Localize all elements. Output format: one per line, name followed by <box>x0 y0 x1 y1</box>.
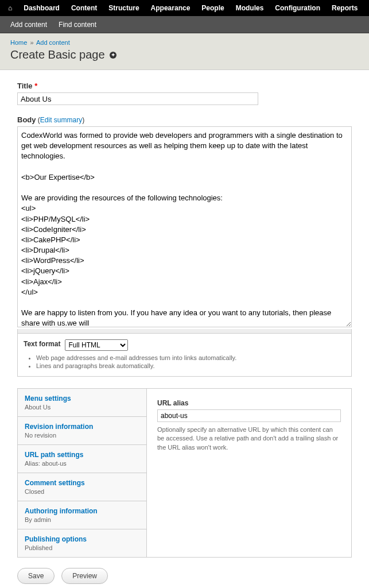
sub-nav: Add content Find content <box>0 16 369 33</box>
nav-dashboard[interactable]: Dashboard <box>18 0 65 16</box>
preview-button[interactable]: Preview <box>61 568 108 584</box>
vtab-title: Menu settings <box>25 394 139 403</box>
vtabs-list: Menu settings About Us Revision informat… <box>18 389 147 557</box>
nav-appearance[interactable]: Appearance <box>145 0 196 16</box>
text-format-label: Text format <box>24 340 60 348</box>
title-label: Title * <box>17 82 352 90</box>
nav-structure[interactable]: Structure <box>103 0 145 16</box>
vtab-sub: No revision <box>25 432 139 439</box>
nav-help[interactable]: Help <box>363 0 369 16</box>
content-area: Title * Body (Edit summary) Text format … <box>0 70 369 588</box>
subnav-add-content[interactable]: Add content <box>5 16 53 33</box>
nav-content[interactable]: Content <box>65 0 103 16</box>
vtab-url-path[interactable]: URL path settings Alias: about-us <box>18 445 146 473</box>
textarea-resize-grip[interactable] <box>17 329 352 334</box>
body-field-wrapper: Body (Edit summary) Text format Full HTM… <box>17 115 352 377</box>
vtab-comment[interactable]: Comment settings Closed <box>18 473 146 501</box>
vtab-publishing[interactable]: Publishing options Published <box>18 529 146 557</box>
url-alias-input[interactable] <box>157 409 341 422</box>
nav-modules[interactable]: Modules <box>230 0 270 16</box>
vtab-sub: About Us <box>25 404 139 411</box>
vtab-title: Publishing options <box>25 535 139 543</box>
nav-configuration[interactable]: Configuration <box>269 0 326 16</box>
required-marker: * <box>34 82 37 90</box>
breadcrumb-home[interactable]: Home <box>10 39 27 46</box>
vtab-authoring[interactable]: Authoring information By admin <box>18 501 146 529</box>
vtabs-content: URL alias Optionally specify an alternat… <box>147 389 351 557</box>
body-label-row: Body (Edit summary) <box>17 115 352 124</box>
page-title-text: Create Basic page <box>10 48 105 61</box>
vtab-sub: By admin <box>25 516 139 523</box>
form-actions: Save Preview <box>17 568 352 584</box>
vtab-sub: Published <box>25 544 139 551</box>
format-tip: Lines and paragraphs break automatically… <box>36 362 345 369</box>
home-icon[interactable]: ⌂ <box>2 0 18 16</box>
nav-reports[interactable]: Reports <box>326 0 363 16</box>
save-button[interactable]: Save <box>17 568 55 584</box>
page-title-icon: ✦ <box>110 52 116 59</box>
text-format-box: Text format Full HTML Web page addresses… <box>17 334 352 377</box>
vtab-sub: Alias: about-us <box>25 460 139 467</box>
url-alias-label: URL alias <box>157 399 341 407</box>
text-format-row: Text format Full HTML <box>24 339 345 351</box>
edit-summary-link[interactable]: Edit summary <box>40 116 82 124</box>
title-label-text: Title <box>17 82 33 90</box>
vtab-title: Authoring information <box>25 507 139 515</box>
vertical-tabs: Menu settings About Us Revision informat… <box>17 388 352 558</box>
breadcrumb-separator: » <box>30 39 33 46</box>
body-textarea[interactable] <box>17 126 352 327</box>
vtab-sub: Closed <box>25 488 139 495</box>
top-nav: ⌂ Dashboard Content Structure Appearance… <box>0 0 369 16</box>
format-tip: Web page addresses and e-mail addresses … <box>36 354 345 361</box>
url-alias-desc: Optionally specify an alternative URL by… <box>157 425 341 452</box>
page-title: Create Basic page ✦ <box>10 48 359 61</box>
breadcrumb-add[interactable]: Add content <box>36 39 70 46</box>
vtab-menu-settings[interactable]: Menu settings About Us <box>18 389 146 417</box>
format-tips: Web page addresses and e-mail addresses … <box>24 354 345 369</box>
vtab-revision[interactable]: Revision information No revision <box>18 417 146 445</box>
vtab-title: URL path settings <box>25 451 139 459</box>
header-area: Home » Add content Create Basic page ✦ <box>0 33 369 70</box>
title-input[interactable] <box>17 92 258 105</box>
body-label: Body <box>17 115 36 124</box>
title-field-wrapper: Title * <box>17 82 352 105</box>
vtab-title: Revision information <box>25 423 139 431</box>
nav-people[interactable]: People <box>196 0 230 16</box>
body-label-paren2: ) <box>82 116 84 124</box>
text-format-select[interactable]: Full HTML <box>65 339 128 351</box>
vtab-title: Comment settings <box>25 479 139 487</box>
breadcrumb: Home » Add content <box>10 39 359 46</box>
subnav-find-content[interactable]: Find content <box>53 16 102 33</box>
